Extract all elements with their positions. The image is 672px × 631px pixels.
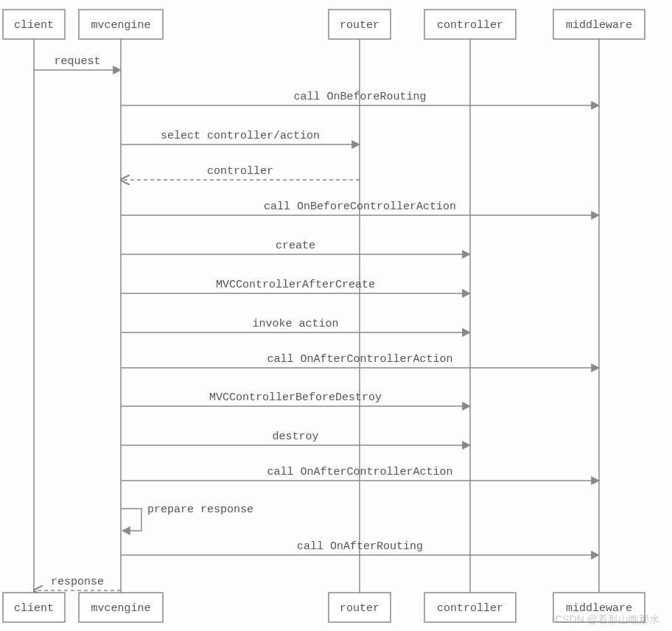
message-label: call OnAfterControllerAction <box>267 466 452 478</box>
message-label: invoke action <box>252 318 338 330</box>
message-label: response <box>51 576 104 588</box>
message-label: prepare response <box>147 503 253 516</box>
message-label: MVCControllerBeforeDestroy <box>209 391 382 404</box>
message-label: call OnAfterControllerAction <box>267 353 452 366</box>
message-label: request <box>54 55 100 68</box>
participant-label-client: client <box>14 19 54 32</box>
watermark-text: CSDN @看那山瞧那水 <box>555 613 659 625</box>
message-label: MVCControllerAfterCreate <box>216 279 375 291</box>
message-label: call OnBeforeControllerAction <box>264 201 456 213</box>
message-label: call OnAfterRouting <box>297 540 423 553</box>
message-arrow <box>121 509 141 531</box>
sequence-diagram: requestcall OnBeforeRoutingselect contro… <box>0 0 672 631</box>
participant-label-router: router <box>340 19 379 32</box>
message-label: call OnBeforeRouting <box>293 91 426 103</box>
participant-label-controller: controller <box>437 19 503 32</box>
message-label: controller <box>207 165 273 178</box>
participant-label-mvcengine: mvcengine <box>91 19 150 32</box>
message-label: create <box>276 240 315 252</box>
participant-label-middleware: middleware <box>566 19 632 32</box>
message-label: select controller/action <box>161 130 320 142</box>
participant-label-controller: controller <box>437 602 503 615</box>
participant-label-router: router <box>340 602 379 615</box>
participant-label-client: client <box>14 602 54 615</box>
participant-label-mvcengine: mvcengine <box>91 602 150 615</box>
message-label: destroy <box>272 430 318 443</box>
